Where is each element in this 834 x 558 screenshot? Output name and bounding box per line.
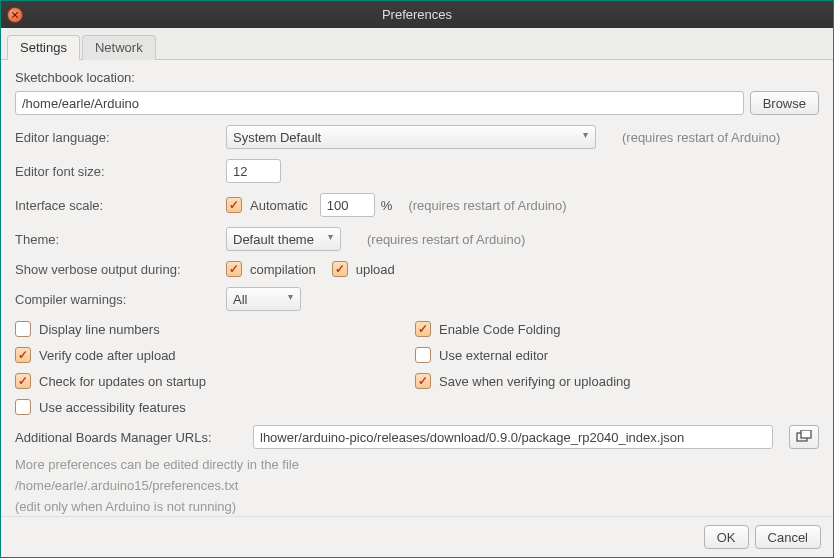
editor-font-size-input[interactable]	[226, 159, 281, 183]
compiler-warnings-label: Compiler warnings:	[15, 292, 220, 307]
tab-network[interactable]: Network	[82, 35, 156, 60]
editor-language-note: (requires restart of Arduino)	[622, 130, 780, 145]
check-updates-checkbox[interactable]	[15, 373, 31, 389]
svg-rect-1	[801, 430, 811, 438]
display-line-numbers-checkbox[interactable]	[15, 321, 31, 337]
use-external-editor-checkbox[interactable]	[415, 347, 431, 363]
verbose-upload-label: upload	[356, 262, 395, 277]
cancel-button[interactable]: Cancel	[755, 525, 821, 549]
boards-urls-input[interactable]	[253, 425, 773, 449]
footer-note: More preferences can be edited directly …	[15, 455, 819, 516]
window-title: Preferences	[1, 7, 833, 22]
verbose-upload-checkbox[interactable]	[332, 261, 348, 277]
compiler-warnings-select[interactable]: All	[226, 287, 301, 311]
editor-font-size-label: Editor font size:	[15, 164, 220, 179]
save-when-verify-checkbox[interactable]	[415, 373, 431, 389]
interface-scale-input	[320, 193, 375, 217]
interface-scale-auto-label: Automatic	[250, 198, 308, 213]
boards-urls-label: Additional Boards Manager URLs:	[15, 430, 247, 445]
footer-line3: (edit only when Arduino is not running)	[15, 497, 819, 516]
close-icon	[11, 11, 19, 19]
theme-note: (requires restart of Arduino)	[367, 232, 525, 247]
verify-after-upload-label: Verify code after upload	[39, 348, 176, 363]
check-updates-label: Check for updates on startup	[39, 374, 206, 389]
window-list-icon	[796, 430, 812, 444]
browse-button[interactable]: Browse	[750, 91, 819, 115]
accessibility-label: Use accessibility features	[39, 400, 186, 415]
sketchbook-label: Sketchbook location:	[15, 70, 819, 85]
tab-settings[interactable]: Settings	[7, 35, 80, 60]
ok-button[interactable]: OK	[704, 525, 749, 549]
display-line-numbers-label: Display line numbers	[39, 322, 160, 337]
editor-language-select[interactable]: System Default	[226, 125, 596, 149]
use-external-editor-label: Use external editor	[439, 348, 548, 363]
interface-scale-label: Interface scale:	[15, 198, 220, 213]
settings-panel: Sketchbook location: Browse Editor langu…	[1, 60, 833, 516]
enable-code-folding-checkbox[interactable]	[415, 321, 431, 337]
theme-select[interactable]: Default theme	[226, 227, 341, 251]
footer-line2: /home/earle/.arduino15/preferences.txt	[15, 476, 819, 497]
titlebar: Preferences	[0, 0, 834, 28]
interface-scale-note: (requires restart of Arduino)	[408, 198, 566, 213]
interface-scale-auto-checkbox[interactable]	[226, 197, 242, 213]
save-when-verify-label: Save when verifying or uploading	[439, 374, 631, 389]
theme-label: Theme:	[15, 232, 220, 247]
dialog-button-bar: OK Cancel	[1, 516, 833, 557]
enable-code-folding-label: Enable Code Folding	[439, 322, 560, 337]
sketchbook-location-input[interactable]	[15, 91, 744, 115]
tabbar: Settings Network	[1, 28, 833, 60]
close-button[interactable]	[7, 7, 23, 23]
verify-after-upload-checkbox[interactable]	[15, 347, 31, 363]
verbose-compilation-label: compilation	[250, 262, 316, 277]
verbose-compilation-checkbox[interactable]	[226, 261, 242, 277]
editor-language-label: Editor language:	[15, 130, 220, 145]
footer-line1: More preferences can be edited directly …	[15, 455, 819, 476]
verbose-label: Show verbose output during:	[15, 262, 220, 277]
percent-label: %	[381, 198, 393, 213]
boards-urls-edit-button[interactable]	[789, 425, 819, 449]
accessibility-checkbox[interactable]	[15, 399, 31, 415]
